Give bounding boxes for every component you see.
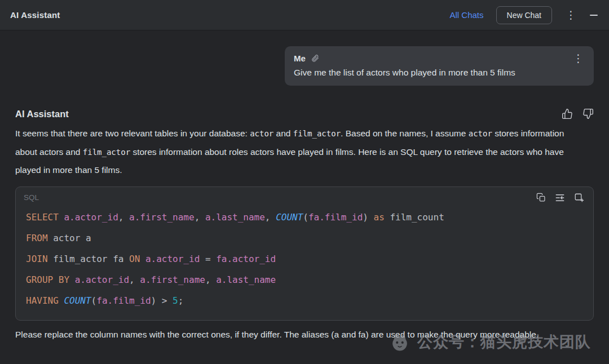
- copy-icon[interactable]: [536, 193, 546, 202]
- all-chats-link[interactable]: All Chats: [450, 10, 484, 20]
- page-title: AI Assistant: [10, 10, 60, 20]
- app-window: { "header": { "title": "AI Assistant", "…: [0, 0, 609, 364]
- assistant-response-header: AI Assistant: [15, 108, 594, 119]
- assistant-intro-text: It seems that there are two relevant tab…: [15, 125, 588, 179]
- new-chat-button[interactable]: New Chat: [496, 6, 552, 24]
- chat-area: Me ⋮ Give me the list of actors who play…: [0, 46, 609, 343]
- user-message-bubble: Me ⋮ Give me the list of actors who play…: [285, 46, 594, 86]
- header-kebab-icon[interactable]: ⋮: [564, 10, 577, 20]
- assistant-name: AI Assistant: [15, 109, 69, 119]
- assistant-response: AI Assistant It seems that there are two…: [15, 108, 594, 343]
- user-message-text: Give me the list of actors who played in…: [294, 68, 585, 78]
- paperclip-icon[interactable]: [311, 54, 319, 63]
- code-block: SQL SELECT a.actor_id, a.first_name, a.l…: [15, 187, 594, 321]
- code-content[interactable]: SELECT a.actor_id, a.first_name, a.last_…: [16, 204, 593, 320]
- assistant-outro-text: Please replace the column names with the…: [15, 326, 588, 344]
- feedback-buttons: [562, 108, 594, 119]
- code-actions: [536, 193, 584, 203]
- thumbs-down-icon[interactable]: [582, 108, 594, 119]
- code-block-header: SQL: [16, 187, 593, 204]
- minimize-icon[interactable]: [590, 11, 599, 20]
- code-language-label: SQL: [24, 193, 39, 202]
- header: AI Assistant All Chats New Chat ⋮: [0, 0, 609, 30]
- new-file-icon[interactable]: [574, 193, 584, 203]
- user-author-label: Me: [294, 54, 306, 63]
- user-message-header: Me ⋮: [294, 53, 585, 64]
- message-kebab-icon[interactable]: ⋮: [572, 53, 585, 64]
- insert-snippet-icon[interactable]: [555, 193, 565, 203]
- header-actions: All Chats New Chat ⋮: [450, 6, 599, 24]
- thumbs-up-icon[interactable]: [562, 108, 573, 119]
